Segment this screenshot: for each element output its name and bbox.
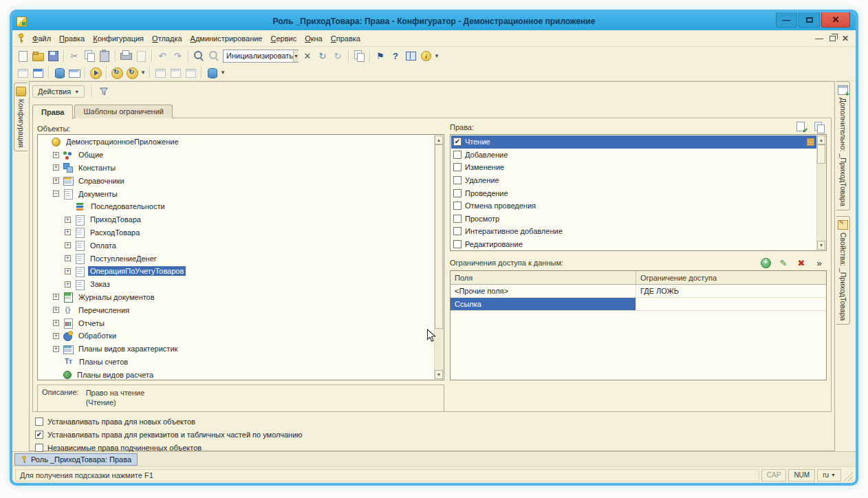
print-preview-icon[interactable] (134, 49, 148, 63)
edit-restriction-icon[interactable]: ✎ (777, 256, 790, 270)
tab-Права[interactable]: Права (32, 105, 73, 119)
db-sync-more-icon[interactable]: ▾ (220, 66, 226, 80)
tree-item[interactable]: Последовательности (39, 200, 434, 213)
right-checkbox[interactable] (453, 163, 462, 171)
tree-item[interactable]: +ОперацияПоУчетуТоваров (39, 265, 434, 278)
right-item[interactable]: Просмотр (451, 213, 816, 226)
tree-item[interactable]: +ПриходТовара (39, 213, 434, 226)
minimize-button[interactable]: — (776, 12, 797, 28)
structure-icon-2[interactable] (169, 66, 182, 80)
restriction-value-cell[interactable]: ГДЕ ЛОЖЬ (636, 287, 826, 295)
tree-item[interactable]: +ПоступлениеДенег (39, 252, 434, 265)
compare-merge-icon[interactable] (352, 49, 366, 63)
syntax-help-icon[interactable]: ? (389, 49, 402, 63)
right-item[interactable]: Отмена проведения (451, 199, 816, 213)
more-actions-icon[interactable]: » (812, 256, 826, 270)
right-checkbox[interactable]: ✔ (453, 138, 462, 146)
expander-icon[interactable]: + (53, 346, 59, 352)
update-db-config-alt-icon[interactable] (125, 66, 139, 80)
save-icon[interactable] (46, 49, 60, 63)
debug-icon[interactable]: ⚑ (373, 49, 387, 63)
actions-menu-button[interactable]: Действия▼ (32, 85, 85, 98)
structure-icon-1[interactable] (153, 66, 167, 80)
expander-icon[interactable]: + (53, 294, 59, 300)
syntax-check-icon[interactable]: ↻ (316, 49, 329, 63)
menu-item-конфигурация[interactable]: Конфигурация (89, 32, 148, 45)
tree-item[interactable]: +Обработки (39, 329, 434, 343)
column-header-fields[interactable]: Поля (451, 271, 636, 284)
syntax-check-module-icon[interactable]: ↻ (331, 49, 345, 63)
start-debugging-icon[interactable] (89, 66, 102, 80)
menu-item-окна[interactable]: Окна (301, 32, 327, 45)
scroll-up-icon[interactable]: ▲ (817, 136, 825, 144)
mdi-close-button[interactable]: ✕ (842, 34, 849, 43)
mdi-minimize-button[interactable]: — (815, 34, 823, 43)
expander-icon[interactable]: + (53, 320, 59, 326)
expander-icon[interactable]: + (65, 268, 71, 274)
structure-icon-3[interactable] (184, 66, 197, 80)
right-item[interactable]: ✔Чтение (451, 136, 816, 149)
delete-restriction-icon[interactable]: ✖ (794, 256, 808, 270)
tree-item[interactable]: +{}Перечисления (39, 303, 434, 316)
language-selector[interactable]: ru▼ (817, 469, 841, 481)
right-item[interactable]: Добавление (451, 149, 816, 162)
tree-scrollbar-thumb[interactable] (435, 144, 443, 329)
table-icon[interactable] (67, 66, 81, 80)
tree-item[interactable]: Планы видов расчета (39, 368, 434, 379)
resize-grip[interactable] (843, 472, 853, 481)
tree-item[interactable]: ТтПланы счетов (39, 356, 434, 369)
tree-item[interactable]: +РасходТовара (39, 226, 434, 239)
right-item[interactable]: Удаление (451, 174, 816, 187)
menu-item-файл[interactable]: Файл (28, 32, 55, 45)
combo-dropdown-icon[interactable]: ▼ (293, 50, 299, 62)
right-checkbox[interactable] (453, 227, 462, 235)
find-icon[interactable] (192, 49, 206, 63)
update-more-icon[interactable]: ▾ (140, 66, 146, 80)
redo-icon[interactable]: ↷ (171, 49, 184, 63)
scroll-down-icon[interactable]: ▼ (435, 370, 443, 379)
help-contents-icon[interactable] (404, 49, 417, 63)
db-sync-icon[interactable] (205, 66, 219, 80)
column-header-restriction[interactable]: Ограничение доступа (636, 274, 826, 282)
menu-item-правка[interactable]: Правка (55, 32, 89, 45)
find-next-icon[interactable] (207, 49, 221, 63)
database-icon[interactable] (52, 66, 66, 80)
tree-item[interactable]: −Документы (39, 187, 434, 200)
tree-item[interactable]: +Общие (39, 149, 434, 162)
tree-item[interactable]: +Планы видов характеристик (39, 343, 434, 356)
panel-tab-дополнительно[interactable]: Дополнительно: _ПриходТовара (836, 81, 850, 210)
paste-icon[interactable] (98, 49, 111, 63)
expander-icon[interactable]: + (53, 307, 59, 313)
clear-combo-icon[interactable]: ✕ (301, 49, 314, 63)
tab-Шаблоны ограничений[interactable]: Шаблоны ограничений (74, 105, 173, 118)
expander-icon[interactable]: + (53, 152, 59, 158)
restriction-row[interactable]: <Прочие поля>ГДЕ ЛОЖЬ (451, 285, 826, 298)
filter-icon[interactable] (99, 87, 109, 96)
open-icon[interactable] (31, 49, 45, 63)
tree-item[interactable]: +Заказ (39, 278, 434, 291)
right-checkbox[interactable] (453, 151, 462, 159)
tree-scrollbar[interactable]: ▲ ▼ (434, 136, 443, 379)
scroll-down-icon[interactable]: ▼ (817, 241, 825, 250)
right-item[interactable]: Проведение (451, 186, 816, 199)
expander-icon[interactable]: + (65, 255, 71, 261)
undo-icon[interactable]: ↶ (155, 49, 169, 63)
rights-scrollbar-thumb[interactable] (817, 144, 825, 164)
tree-item[interactable]: +Отчеты (39, 316, 434, 329)
expander-icon[interactable]: + (65, 217, 71, 223)
right-item[interactable]: Интерактивное добавление (451, 225, 816, 238)
clear-all-rights-icon[interactable] (812, 120, 826, 134)
right-checkbox[interactable] (453, 176, 462, 184)
menu-item-сервис[interactable]: Сервис (266, 32, 301, 45)
set-all-rights-icon[interactable] (794, 120, 808, 134)
toolbar-more-icon[interactable]: ▾ (434, 49, 440, 63)
tree-item[interactable]: +Журналы документов (39, 291, 434, 304)
tree-item[interactable]: +Оплата (39, 239, 434, 252)
right-item[interactable]: Редактирование (451, 238, 816, 251)
restriction-field-cell[interactable]: <Прочие поля> (451, 285, 636, 297)
update-db-config-icon[interactable] (110, 66, 124, 80)
configuration-window-icon[interactable] (31, 66, 45, 80)
expander-icon[interactable]: − (53, 191, 59, 197)
expander-icon[interactable]: + (65, 281, 71, 288)
procedures-combobox[interactable]: Инициализировать▼ (223, 50, 299, 63)
